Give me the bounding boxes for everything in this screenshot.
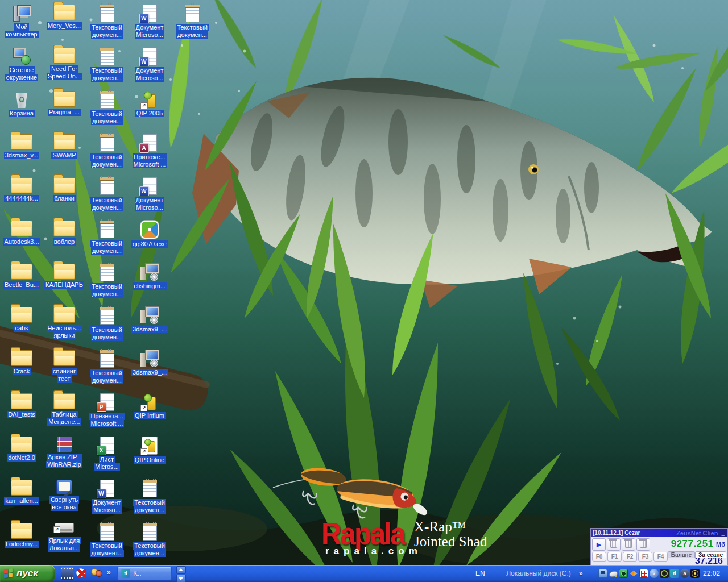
desktop-icon[interactable]: 4444444k...: [2, 176, 42, 202]
scroll-down-button[interactable]: [176, 575, 186, 582]
desktop-icon[interactable]: бланки: [44, 176, 84, 202]
f-button-F1[interactable]: F1: [607, 552, 622, 562]
f-button-F4[interactable]: F4: [653, 552, 668, 562]
desktop-icon[interactable]: Презента...Microsoft ...: [87, 392, 127, 427]
widget-titlebar[interactable]: [10.11.12.1] Cezar ZeusNet Clien _: [591, 529, 727, 537]
letter-a-icon[interactable]: a: [680, 569, 689, 578]
desktop-icon[interactable]: КАЛЕНДАРЬ: [44, 263, 84, 289]
desktop-icon[interactable]: DAI_tests: [2, 392, 42, 418]
media-player-icon[interactable]: [61, 567, 73, 580]
tab-session[interactable]: За сеанс: [695, 551, 726, 558]
f-button-F0[interactable]: F0: [592, 552, 606, 562]
desktop-icon[interactable]: Текстовыйдокумен...: [172, 3, 212, 39]
desktop-icon[interactable]: Pragma_...: [44, 90, 84, 116]
red-grid-icon[interactable]: [639, 569, 648, 578]
desktop-icon[interactable]: Сетевоеокружение: [2, 47, 42, 81]
clear-button-2[interactable]: [622, 538, 635, 551]
desktop-icon[interactable]: Текстовыйдокумен...: [130, 522, 169, 557]
desktop-icon[interactable]: Мойкомпьютер: [2, 3, 42, 38]
desktop-icon[interactable]: Текстовыйдокумен...: [87, 90, 127, 125]
widget-minimize-button[interactable]: _: [720, 531, 726, 535]
desktop-icon[interactable]: Неисполь...ярлыки: [44, 306, 84, 339]
folder-icon: [53, 307, 75, 323]
desktop-icon-label: cabs: [2, 325, 42, 332]
desktop-icon[interactable]: Текстовыйдокумен...: [87, 349, 127, 384]
desktop-icon[interactable]: Приложе...Microsoft ...: [130, 133, 169, 168]
desktop-icon[interactable]: 3dsmax_v...: [2, 133, 42, 159]
desktop-icon[interactable]: Текстовыйдокумен...: [87, 306, 127, 341]
desktop-icon[interactable]: Lodochny...: [2, 522, 42, 548]
desktop-icon[interactable]: Текстовыйдокумен...: [87, 3, 127, 39]
orange-butterfly-icon[interactable]: [629, 569, 638, 578]
desktop-icon[interactable]: Текстовыйдокумен...: [87, 263, 127, 298]
desktop-icon-label: ДокументMicroso...: [130, 24, 169, 39]
taskbar-task-button[interactable]: ti K..: [117, 567, 172, 580]
desktop-icon[interactable]: 3dsmax9_...: [130, 306, 169, 333]
info-globe-icon[interactable]: i: [650, 569, 659, 578]
quick-launch-overflow-chevron[interactable]: »: [107, 568, 111, 576]
desktop-icon[interactable]: 3dsmax9_...: [130, 349, 169, 376]
shortcut-arrow-overlay: ↗: [140, 405, 147, 411]
desktop-icon-label: Need ForSpeed Un...: [44, 65, 84, 80]
desktop-icon[interactable]: Beetle_Bu...: [2, 263, 42, 289]
film-camera-icon[interactable]: [90, 567, 103, 580]
desktop-icon[interactable]: qip8070.exe: [130, 219, 169, 248]
tab-balance[interactable]: Баланс: [668, 551, 695, 558]
desktop-icon[interactable]: Корзина: [2, 90, 42, 117]
folder-icon: [53, 177, 75, 193]
desktop-icon[interactable]: ↗ QIP.Online: [130, 435, 169, 464]
mouse-utility-icon[interactable]: [609, 569, 618, 578]
desktop-icon[interactable]: ТаблицаМенделе...: [44, 392, 84, 426]
desktop-icon[interactable]: ↗ QIP 2005: [130, 90, 169, 117]
desktop-icon[interactable]: Текстовыйдокумент...: [87, 522, 127, 557]
desktop-icon[interactable]: Текстовыйдокумен...: [87, 176, 127, 211]
desktop-icon[interactable]: Текстовыйдокумен...: [130, 479, 169, 514]
clear-button-3[interactable]: [636, 538, 650, 551]
desktop-icon[interactable]: спинингтест: [44, 349, 84, 383]
installer-icon: [140, 307, 159, 324]
desktop-icon[interactable]: ↗ QIP Infium: [130, 392, 169, 419]
desktop-icon[interactable]: Текстовыйдокумен...: [87, 219, 127, 255]
desktop-icon[interactable]: Crack: [2, 349, 42, 375]
taskbar-clock[interactable]: 22:02: [703, 569, 720, 577]
desktop-icon-label: воблер: [44, 238, 84, 246]
desktop-icon[interactable]: ДокументMicroso...: [87, 479, 127, 514]
desktop-icon[interactable]: Архив ZIP -WinRAR.zip: [44, 435, 84, 468]
play-button[interactable]: ▶: [592, 538, 606, 551]
f-button-F3[interactable]: F3: [638, 552, 652, 562]
desktop-icon[interactable]: ДокументMicroso...: [130, 176, 169, 211]
wireless-signal-icon[interactable]: [690, 569, 700, 578]
start-button[interactable]: пуск: [0, 565, 55, 582]
clear-button-1[interactable]: [607, 538, 621, 551]
desktop-icon[interactable]: Свернутьвсе окна: [44, 479, 84, 511]
green-camera-icon[interactable]: [619, 569, 628, 578]
red-x-bird-icon[interactable]: [76, 567, 88, 580]
qip-icon: ↗: [142, 393, 157, 410]
nvidia-eye-icon[interactable]: [660, 569, 669, 578]
desktop-icon[interactable]: Mery_Ves...: [44, 3, 84, 30]
disk-toolbar-chevron[interactable]: »: [579, 569, 583, 577]
desktop-icon[interactable]: ↗ Ярлык дляЛокальн...: [44, 522, 84, 552]
total-traffic-value: 9277.251: [671, 538, 714, 549]
scroll-up-button[interactable]: [176, 566, 186, 574]
desktop-icon[interactable]: cfishingm...: [130, 263, 169, 290]
desktop-icon[interactable]: Need ForSpeed Un...: [44, 47, 84, 80]
desktop-icon[interactable]: Autodesk3...: [2, 219, 42, 246]
ti-app-icon[interactable]: ti: [670, 569, 679, 578]
desktop-icon[interactable]: cabs: [2, 306, 42, 332]
desktop-icon[interactable]: Текстовыйдокумен...: [87, 133, 127, 168]
desktop-icon[interactable]: karr_allen...: [2, 479, 42, 505]
winrar-icon: [57, 436, 72, 452]
folder-icon: [53, 350, 75, 366]
desktop-icon[interactable]: Текстовыйдокумен...: [87, 47, 127, 82]
f-button-F2[interactable]: F2: [623, 552, 637, 562]
folder-icon: [11, 221, 32, 236]
desktop-icon[interactable]: ДокументMicroso...: [130, 3, 169, 39]
desktop-icon[interactable]: ЛистMicros...: [87, 435, 127, 471]
desktop-icon[interactable]: dotNet2.0: [2, 435, 42, 462]
desktop-icon[interactable]: ДокументMicroso...: [130, 47, 169, 82]
desktop-icon[interactable]: воблер: [44, 219, 84, 246]
language-indicator[interactable]: EN: [475, 569, 485, 577]
network-computers-icon[interactable]: [598, 569, 607, 578]
desktop-icon[interactable]: SWAMP: [44, 133, 84, 159]
